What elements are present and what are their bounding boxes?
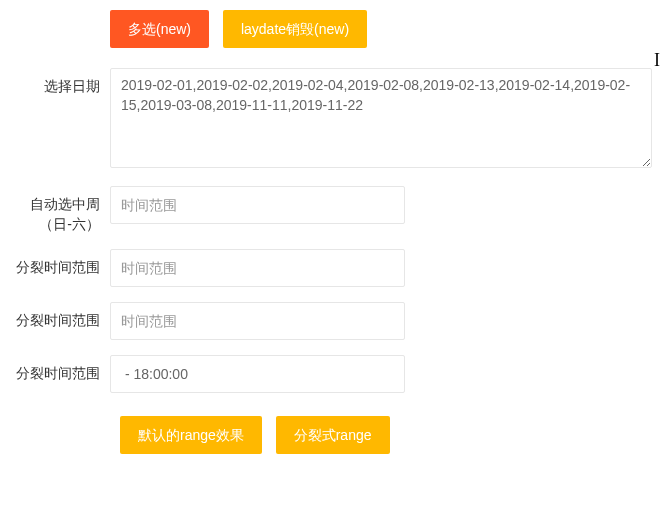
split-time-row-1: 分裂时间范围 [0, 249, 667, 287]
auto-week-input[interactable] [110, 186, 405, 224]
date-form: 多选(new) laydate销毁(new) 选择日期 自动选中周（日-六） 分… [0, 0, 667, 464]
text-cursor-icon: I [654, 50, 660, 71]
auto-week-label: 自动选中周（日-六） [0, 186, 110, 234]
top-button-row: 多选(new) laydate销毁(new) [0, 10, 667, 48]
split-time-row-2: 分裂时间范围 [0, 302, 667, 340]
default-range-button[interactable]: 默认的range效果 [120, 416, 262, 454]
split-time-row-3: 分裂时间范围 [0, 355, 667, 393]
select-date-label: 选择日期 [0, 68, 110, 97]
split-time-label-1: 分裂时间范围 [0, 249, 110, 278]
split-time-input-2[interactable] [110, 302, 405, 340]
laydate-destroy-button[interactable]: laydate销毁(new) [223, 10, 367, 48]
auto-week-row: 自动选中周（日-六） [0, 186, 667, 234]
split-time-label-3: 分裂时间范围 [0, 355, 110, 384]
split-time-input-1[interactable] [110, 249, 405, 287]
split-time-input-3[interactable] [110, 355, 405, 393]
select-date-row: 选择日期 [0, 68, 667, 171]
split-time-label-2: 分裂时间范围 [0, 302, 110, 331]
select-date-textarea[interactable] [110, 68, 652, 168]
multi-select-button[interactable]: 多选(new) [110, 10, 209, 48]
bottom-button-row: 默认的range效果 分裂式range [0, 408, 667, 454]
split-range-button[interactable]: 分裂式range [276, 416, 390, 454]
